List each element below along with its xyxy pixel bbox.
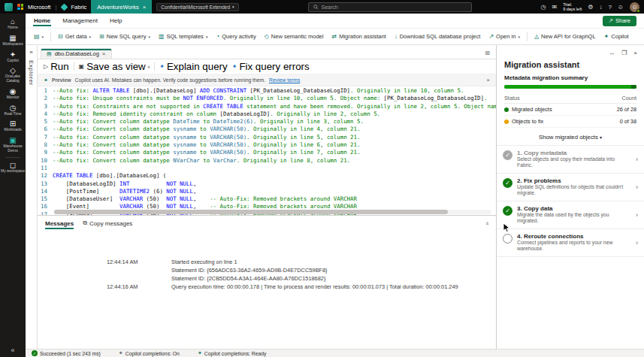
copy-messages-button[interactable]: ⧉ Copy messages — [83, 219, 132, 227]
run-button[interactable]: ▷ Run — [44, 61, 69, 72]
migration-assistant-panel: ↔ ❐ × Migration assistant Metadata migra… — [496, 45, 644, 349]
horizontal-scrollbar[interactable] — [54, 210, 491, 214]
toolbar-label: Migration assistant — [339, 33, 386, 40]
chevron-right-icon[interactable]: › — [636, 211, 638, 219]
sidebar-item-onelake-catalog[interactable]: ◇OneLake Catalog — [0, 65, 26, 86]
close-icon[interactable]: × — [143, 4, 147, 11]
toolbar-label: New SQL query — [107, 33, 147, 40]
migration-step-4-reroute-connections[interactable]: 4. Reroute connectionsConnect pipelines … — [497, 229, 644, 257]
microsoft-logo-icon — [17, 4, 23, 10]
messages-tab[interactable]: Messages — [45, 218, 74, 229]
menu-item-management[interactable]: Management — [62, 15, 98, 26]
help-icon[interactable]: ? — [608, 4, 611, 11]
fabric-app-icon[interactable] — [5, 3, 13, 11]
close-icon[interactable]: × — [633, 50, 637, 56]
settings-gear-icon[interactable]: ⚙ — [588, 4, 593, 11]
chevron-down-icon: ▾ — [600, 135, 602, 140]
migration-step-1-copy-metadata[interactable]: ✓1. Copy metadataSelect objects and copy… — [497, 146, 644, 174]
copilot-icon: ✦ — [604, 34, 609, 40]
history-icon[interactable]: ◷ — [540, 4, 546, 11]
ribbon-toolbar: ▤▾⊟Get data▾⊞New SQL query▾▥SQL template… — [26, 29, 644, 45]
nav-toggle-icon[interactable]: « — [11, 346, 14, 357]
sidebar-item-monitor[interactable]: ◉Monitor — [0, 86, 26, 102]
editor-tab-bar: ▤ dbo.DatabaseLog × ⊞ — [38, 45, 496, 59]
line-number: 4 — [38, 110, 53, 118]
expand-explorer-icon[interactable]: » — [29, 49, 32, 56]
migration-progress-bar — [504, 85, 636, 89]
menu-item-home[interactable]: Home — [33, 15, 51, 26]
search-input[interactable]: Search — [308, 2, 472, 12]
status-table-row: Migrated objects26 of 28 — [504, 104, 636, 116]
toolbar-new-sql-query-button[interactable]: ⊞New SQL query▾ — [95, 31, 154, 42]
sidebar-item-real-time[interactable]: ◷Real-Time — [0, 102, 26, 119]
menu-item-help[interactable]: Help — [109, 15, 122, 26]
explain-query-button[interactable]: ✦ Explain query — [159, 61, 227, 72]
messages-header: Messages ⧉ Copy messages « — [38, 216, 496, 231]
save-as-view-button[interactable]: ▣ Save as view ▾ — [79, 61, 150, 72]
toolbar-open-in-button[interactable]: ↗Open in▾ — [485, 31, 524, 42]
line-number: 14 — [38, 188, 53, 195]
copilot-completions-toggle[interactable]: ✦ Copilot completions: On — [119, 350, 180, 356]
review-terms-link[interactable]: Review terms — [269, 77, 300, 83]
sidebar-item-label: Workloads — [0, 128, 26, 132]
workspace-tab[interactable]: AdventureWorks × — [91, 0, 152, 14]
code-line: 7--Auto fix: Convert column datatype sys… — [38, 134, 496, 141]
show-migrated-objects-link[interactable]: Show migrated objects ▾ — [497, 129, 644, 146]
download-icon[interactable]: ↓ — [599, 4, 602, 11]
chevron-right-icon[interactable]: › — [636, 183, 638, 191]
sidebar-item-workspaces[interactable]: ▦Workspaces — [0, 32, 26, 49]
mail-icon[interactable]: ✉ — [552, 4, 557, 11]
toolbar-get-data-button[interactable]: ⊟Get data▾ — [54, 31, 95, 42]
migration-status-table: Status Count Migrated objects26 of 28Obj… — [504, 93, 636, 128]
sidebar-item-label: My workspace — [0, 169, 26, 174]
toolbar-copilot-button[interactable]: ✦Copilot — [600, 31, 633, 42]
sidebar-item-my-workspace[interactable]: ◻My workspace — [0, 159, 26, 176]
graphql-icon: ◬ — [534, 34, 539, 40]
avatar[interactable]: ☺ — [630, 2, 639, 12]
chevron-down-icon: ▾ — [148, 65, 150, 69]
copilot-icon: ✦ — [119, 350, 123, 356]
summary-title: Metadata migration summary — [497, 73, 644, 84]
toolbar-download-sql-database-project-button[interactable]: ↓Download SQL database project — [391, 31, 485, 42]
collapse-panel-icon[interactable]: « — [483, 222, 490, 225]
presence-dot — [636, 9, 640, 13]
copilot-sparkle-icon: ✦ — [159, 63, 165, 70]
toolbar-new-semantic-model-button[interactable]: ◇New semantic model — [261, 31, 328, 42]
step-description: Connect pipelines and reports to your ne… — [517, 240, 631, 253]
trial-badge[interactable]: Trial:9 days left — [563, 2, 582, 12]
migration-step-2-fix-problems[interactable]: ✓2. Fix problemsUpdate SQL definitions f… — [497, 174, 644, 201]
sidebar-item-copilot[interactable]: ✦Copilot — [0, 49, 26, 65]
scrollbar-thumb[interactable] — [54, 210, 448, 214]
status-label: Objects to fix — [512, 118, 543, 125]
share-button[interactable]: ↗ Share — [603, 16, 636, 26]
feedback-icon[interactable]: ☺ — [618, 4, 624, 11]
sidebar-item-workloads[interactable]: ⊞Workloads — [0, 118, 26, 135]
toolbar-new-api-for-graphql-button[interactable]: ◬New API for GraphQL — [531, 31, 600, 42]
query-tab[interactable]: ▤ dbo.DatabaseLog × — [41, 48, 112, 59]
explorer-panel-collapsed: » Explorer — [26, 45, 38, 349]
toolbar-sql-templates-button[interactable]: ▥SQL templates▾ — [155, 31, 211, 42]
close-icon[interactable]: × — [102, 50, 106, 57]
chevron-right-icon[interactable]: › — [636, 239, 638, 247]
toolbar-new-item-button[interactable]: ▤▾ — [30, 32, 47, 42]
chevron-right-icon[interactable]: › — [636, 156, 638, 163]
resize-panel-icon[interactable]: ↔ — [609, 50, 615, 56]
copilot-sparkle-icon: ✦ — [232, 63, 237, 70]
semantic-model-icon: ◇ — [265, 34, 269, 40]
close-icon[interactable]: × — [486, 77, 490, 83]
toolbar-migration-assistant-button[interactable]: ⇄Migration assistant — [328, 31, 389, 42]
menu-bar: HomeManagementHelp ↗ Share — [26, 14, 644, 29]
step-title: 3. Copy data — [517, 205, 631, 212]
fix-query-errors-button[interactable]: ✦ Fix query errors — [232, 61, 310, 72]
code-line: 10--Auto fix: Convert column datatype NV… — [38, 157, 496, 165]
step-description: Update SQL definitions for objects that … — [517, 184, 631, 197]
sidebar-item-warehouse-demo[interactable]: ▣Warehouse Demo — [0, 135, 26, 156]
code-line: 2--Auto fix: Unique constraints must be … — [38, 95, 496, 102]
sidebar-item-home[interactable]: ⌂Home — [0, 16, 26, 32]
sensitivity-label[interactable]: Confidential\Microsoft Extended ▾ — [156, 3, 238, 11]
migration-step-3-copy-data[interactable]: ✓3. Copy dataMigrate the data used by th… — [497, 201, 644, 229]
toolbar-query-activity-button[interactable]: ◔Query activity — [212, 31, 259, 42]
expand-panel-icon[interactable]: ❐ — [621, 50, 627, 56]
editor-layout-icon[interactable]: ⊞ — [482, 50, 493, 59]
sql-code-editor[interactable]: 1--Auto fix: ALTER TABLE [dbo].[Database… — [38, 86, 496, 215]
